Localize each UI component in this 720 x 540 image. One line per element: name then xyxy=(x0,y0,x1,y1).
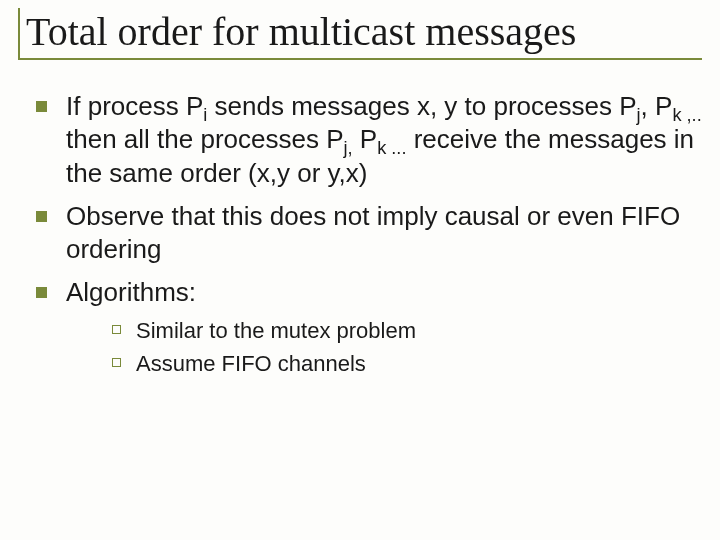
text-run: sends messages x, y to processes P xyxy=(207,91,636,121)
text-run: If process P xyxy=(66,91,203,121)
sub-bullet-item: Assume FIFO channels xyxy=(110,349,702,379)
text-run: , P xyxy=(641,91,673,121)
title-container: Total order for multicast messages xyxy=(18,8,702,60)
text-run: Similar to the mutex problem xyxy=(136,318,416,343)
bullet-item: Algorithms:Similar to the mutex problemA… xyxy=(32,276,702,379)
sub-bullet-item: Similar to the mutex problem xyxy=(110,316,702,346)
bullet-list-level1: If process Pi sends messages x, y to pro… xyxy=(32,90,702,379)
text-run: P xyxy=(353,124,378,154)
text-run: Observe that this does not imply causal … xyxy=(66,201,680,264)
bullet-list-level2: Similar to the mutex problemAssume FIFO … xyxy=(110,316,702,379)
bullet-item: Observe that this does not imply causal … xyxy=(32,200,702,267)
slide: Total order for multicast messages If pr… xyxy=(0,0,720,540)
bullet-item: If process Pi sends messages x, y to pro… xyxy=(32,90,702,190)
text-run: Algorithms: xyxy=(66,277,196,307)
slide-title: Total order for multicast messages xyxy=(26,10,702,54)
text-run: Assume FIFO channels xyxy=(136,351,366,376)
slide-body: If process Pi sends messages x, y to pro… xyxy=(32,90,702,379)
text-run: then all the processes P xyxy=(66,124,344,154)
subscript-text: j, xyxy=(344,138,353,158)
subscript-text: k ... xyxy=(377,138,406,158)
subscript-text: k ,.. xyxy=(672,105,701,125)
